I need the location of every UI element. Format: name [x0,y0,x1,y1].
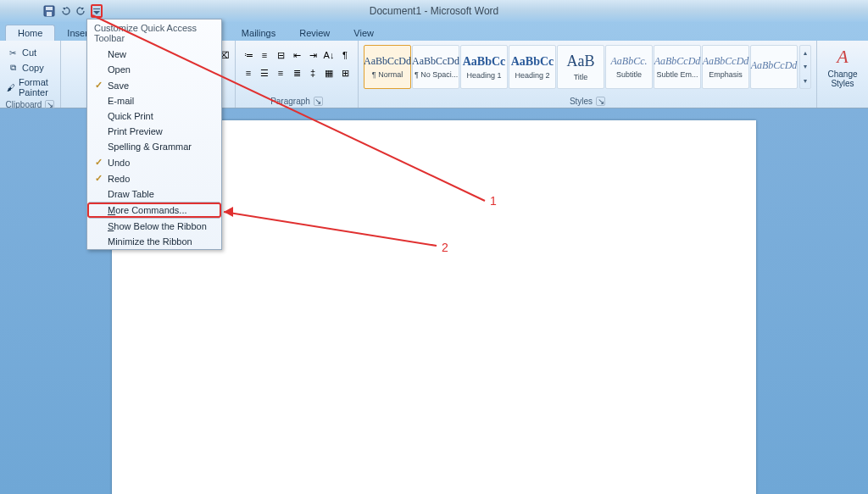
change-styles-button[interactable]: A Change Styles [822,42,863,92]
group-styles: AaBbCcDd¶ NormalAaBbCcDd¶ No Spaci...AaB… [359,41,817,108]
check-icon: ✓ [89,173,108,184]
justify-button[interactable]: ≣ [289,65,304,80]
group-clipboard: ✂Cut ⧉Copy 🖌Format Painter Clipboard↘ [0,41,61,108]
qat-menu-item[interactable]: Print Preview [87,124,221,139]
qat-menu-item[interactable]: Open [87,62,221,77]
qat-menu-item[interactable]: ✓Save [87,77,221,93]
sort-button[interactable]: A↓ [321,47,337,63]
align-left-button[interactable]: ≡ [241,65,256,80]
check-icon: ✓ [89,157,108,168]
brush-icon: 🖌 [7,81,15,93]
qat-menu-title: Customize Quick Access Toolbar [87,19,221,47]
style-tile[interactable]: AaBbCcDdSubtle Em... [654,45,701,89]
qat-menu-more-commands[interactable]: More Commands... [87,203,221,218]
qat-menu-item[interactable]: Quick Print [87,108,221,124]
style-tile[interactable]: AaBbCcDd¶ Normal [364,45,411,89]
qat-menu-item[interactable]: E-mail [87,93,221,108]
undo-icon[interactable] [58,4,72,18]
redo-icon[interactable] [75,4,88,18]
scissors-icon: ✂ [7,47,19,58]
bullets-button[interactable]: ≔ [241,47,256,63]
quick-access-toolbar [39,4,103,18]
qat-menu-item[interactable]: Spelling & Grammar [87,139,221,154]
save-icon[interactable] [42,4,56,18]
qat-menu-item[interactable]: ✓Undo [87,154,221,170]
decrease-indent-button[interactable]: ⇤ [289,47,304,63]
qat-menu-minimize[interactable]: Minimize the Ribbon [87,234,221,249]
tab-view[interactable]: View [342,25,386,41]
svg-rect-1 [46,7,53,10]
tab-home[interactable]: Home [5,25,55,41]
styles-gallery-more[interactable]: ▴▾▾ [799,45,811,89]
qat-customize-menu: Customize Quick Access Toolbar NewOpen✓S… [86,19,222,250]
style-tile[interactable]: AaBbCcHeading 1 [460,45,508,89]
paragraph-dialog-launcher[interactable]: ↘ [314,97,323,106]
line-spacing-button[interactable]: ‡ [305,65,320,80]
style-tile[interactable]: AaBbCcHeading 2 [509,45,556,89]
format-painter-button[interactable]: 🖌Format Painter [5,76,55,98]
style-tile[interactable]: AaBbCcDdEmphasis [702,45,749,89]
annotation-label-2: 2 [442,241,448,254]
qat-customize-dropdown[interactable] [91,4,103,18]
numbering-button[interactable]: ≡ [257,47,272,63]
shading-button[interactable]: ▦ [321,65,337,80]
align-center-button[interactable]: ☰ [257,65,272,80]
tab-mailings[interactable]: Mailings [230,25,287,41]
show-marks-button[interactable]: ¶ [337,47,353,63]
check-icon: ✓ [89,80,108,91]
qat-menu-item[interactable]: ✓Redo [87,170,221,186]
styles-dialog-launcher[interactable]: ↘ [596,97,605,106]
style-tile[interactable]: AaBbCcDd¶ No Spaci... [412,45,459,89]
qat-menu-item[interactable]: Draw Table [87,186,221,202]
multilevel-button[interactable]: ⊟ [273,47,288,63]
copy-button[interactable]: ⧉Copy [5,61,55,75]
increase-indent-button[interactable]: ⇥ [305,47,320,63]
svg-rect-2 [47,12,52,16]
group-label-paragraph: Paragraph [270,97,310,106]
style-tile[interactable]: AaBTitle [557,45,604,89]
svg-rect-3 [93,8,100,9]
cut-button[interactable]: ✂Cut [5,46,55,59]
annotation-label-1: 1 [490,194,497,208]
group-change-styles: A Change Styles [817,41,868,108]
style-tile[interactable]: AaBbCcDd [750,45,798,89]
group-paragraph: ≔ ≡ ⊟ ⇤ ⇥ A↓ ¶ ≡ ☰ ≡ ≣ ‡ ▦ ⊞ Paragraph↘ [236,41,359,108]
qat-menu-item[interactable]: New [87,47,221,62]
window-title: Document1 - Microsoft Word [370,5,499,17]
qat-menu-show-below[interactable]: Show Below the Ribbon [87,219,221,234]
borders-button[interactable]: ⊞ [337,65,353,80]
style-tile[interactable]: AaBbCc.Subtitle [605,45,653,89]
copy-icon: ⧉ [7,62,19,74]
tab-review[interactable]: Review [287,25,342,41]
group-label-styles: Styles [570,97,593,106]
align-right-button[interactable]: ≡ [273,65,288,80]
change-styles-icon: A [837,46,848,68]
